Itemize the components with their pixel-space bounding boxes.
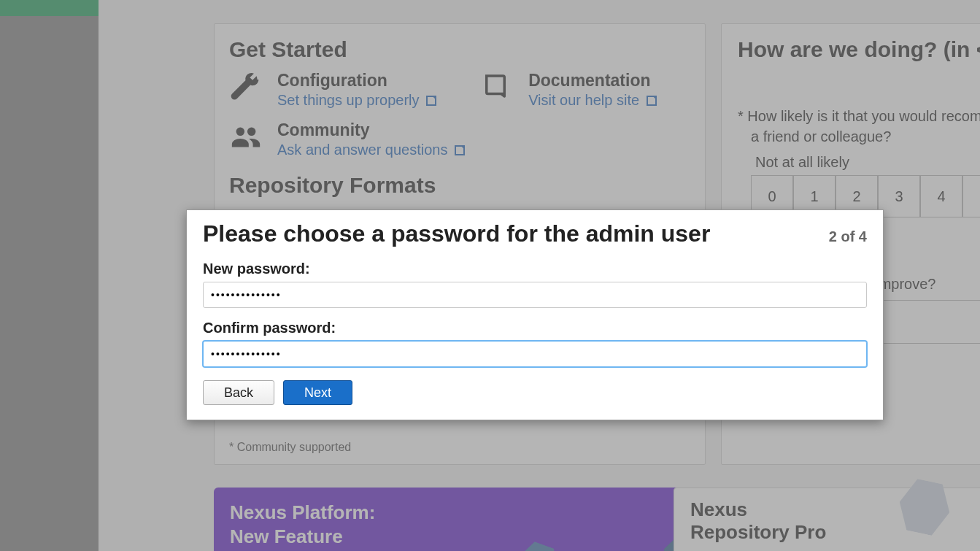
likert-3[interactable]: 3 [878, 175, 920, 217]
left-sidebar [0, 0, 99, 551]
promo-purple-line1: Nexus Platform: [230, 501, 375, 523]
next-button[interactable]: Next [283, 380, 352, 405]
survey-heading: How are we doing? (in <20 seconds) [738, 37, 980, 62]
modal-step-indicator: 2 of 4 [829, 228, 867, 245]
modal-title: Please choose a password for the admin u… [203, 220, 710, 247]
new-password-input[interactable] [203, 282, 867, 308]
promo-pro-line1: Nexus [690, 498, 747, 520]
promo-purple-line2: New Feature [230, 525, 343, 547]
nexus-platform-promo[interactable]: ✕ Nexus Platform: New Feature [214, 488, 747, 551]
wrench-icon [229, 71, 266, 100]
promo-pro-line2: Repository Pro [690, 521, 826, 543]
back-button[interactable]: Back [203, 380, 274, 405]
docs-link[interactable]: Visit our help site [528, 92, 657, 108]
external-link-icon [426, 96, 436, 106]
get-started-config: Configuration Set things up properly [229, 71, 436, 109]
external-link-icon [455, 145, 465, 155]
community-link[interactable]: Ask and answer questions [277, 142, 465, 158]
survey-question-1: How likely is it that you would recommen… [751, 106, 980, 147]
likert-4[interactable]: 4 [920, 175, 962, 217]
get-started-community: Community Ask and answer questions [229, 120, 465, 158]
book-icon [480, 71, 517, 100]
setup-wizard-modal: Please choose a password for the admin u… [186, 209, 884, 420]
confirm-password-input[interactable] [203, 341, 867, 367]
config-title: Configuration [277, 71, 436, 90]
active-tab-indicator [0, 0, 99, 16]
new-password-label: New password: [203, 261, 867, 277]
config-link[interactable]: Set things up properly [277, 92, 436, 108]
external-link-icon [647, 96, 657, 106]
repo-formats-heading: Repository Formats [229, 173, 690, 198]
get-started-heading: Get Started [229, 37, 690, 62]
docs-title: Documentation [528, 71, 657, 90]
confirm-password-label: Confirm password: [203, 320, 867, 336]
community-title: Community [277, 120, 465, 140]
nexus-pro-promo[interactable]: Nexus Repository Pro [674, 488, 980, 551]
get-started-docs: Documentation Visit our help site [480, 71, 657, 109]
community-supported-note: * Community supported [229, 441, 351, 454]
users-icon [229, 120, 266, 150]
likert-low-label: Not at all likely [755, 154, 980, 171]
hex-decoration-icon [584, 547, 639, 551]
likert-5[interactable]: 5 [962, 175, 980, 217]
